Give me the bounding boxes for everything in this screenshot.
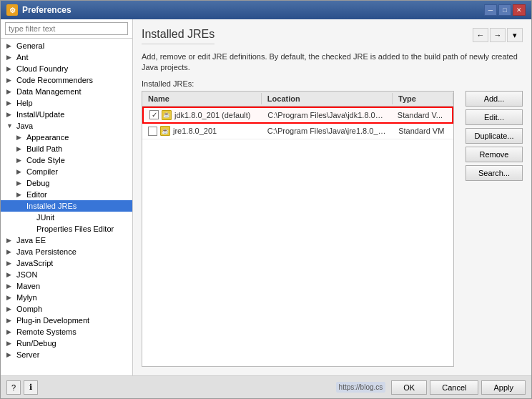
sidebar-item-label: Appearance [26, 133, 69, 142]
forward-icon-button[interactable]: → [490, 28, 506, 42]
arrow-icon [6, 248, 14, 255]
sidebar-item-java[interactable]: Java [1, 120, 132, 132]
back-icon-button[interactable]: ← [473, 28, 488, 42]
jre-location-cell: C:\Program Files\Java\jre1.8.0_201 [262, 126, 393, 136]
sidebar-item-mylyn[interactable]: Mylyn [1, 292, 132, 303]
bottom-icons: ? ℹ [6, 380, 38, 395]
sidebar-item-installed-jres[interactable]: Installed JREs [1, 200, 132, 212]
jre-type-cell: Standard V... [392, 110, 452, 120]
maximize-button[interactable]: □ [498, 4, 511, 16]
sidebar-item-remote-systems[interactable]: Remote Systems [1, 326, 132, 338]
sidebar-item-ant[interactable]: Ant [1, 51, 132, 63]
arrow-icon [6, 271, 14, 278]
sidebar-item-label: Ant [16, 53, 29, 61]
sidebar-item-label: Java [16, 122, 33, 130]
duplicate-button[interactable]: Duplicate... [466, 128, 523, 144]
filter-input[interactable] [5, 22, 128, 35]
sidebar-item-properties-files-editor[interactable]: Properties Files Editor [1, 223, 132, 235]
arrow-icon [16, 134, 24, 141]
menu-icon-button[interactable]: ▾ [507, 28, 523, 42]
close-button[interactable]: ✕ [513, 4, 526, 16]
sidebar-item-label: Oomph [16, 305, 42, 313]
sidebar: General Ant Cloud Foundry Code Recommend… [1, 19, 133, 375]
sidebar-item-java-persistence[interactable]: Java Persistence [1, 246, 132, 257]
table-row[interactable]: ☕ jdk1.8.0_201 (default) C:\Program File… [142, 107, 453, 124]
table-row[interactable]: ☕ jre1.8.0_201 C:\Program Files\Java\jre… [142, 124, 453, 139]
table-body: ☕ jdk1.8.0_201 (default) C:\Program File… [142, 107, 453, 366]
sidebar-item-label: Run/Debug [16, 339, 56, 348]
col-header-location: Location [262, 93, 393, 104]
sidebar-item-label: Maven [16, 282, 40, 290]
arrow-icon [6, 54, 14, 61]
arrow-icon [6, 122, 14, 129]
sidebar-item-label: Help [16, 99, 33, 107]
jre-table-section: Name Location Type ☕ jdk1.8.0_201 (defau… [142, 91, 454, 367]
sidebar-item-label: Install/Update [16, 110, 64, 119]
sidebar-item-label: Code Recommenders [16, 76, 93, 84]
sidebar-item-json[interactable]: JSON [1, 269, 132, 280]
installed-jres-label: Installed JREs: [142, 79, 523, 88]
remove-button[interactable]: Remove [466, 147, 523, 162]
sidebar-item-code-recommenders[interactable]: Code Recommenders [1, 74, 132, 86]
title-bar: ⚙ Preferences ─ □ ✕ [1, 1, 531, 19]
edit-button[interactable]: Edit... [466, 109, 523, 125]
arrow-icon [6, 340, 14, 347]
sidebar-item-oomph[interactable]: Oomph [1, 303, 132, 315]
arrow-icon [16, 191, 24, 198]
sidebar-item-javascript[interactable]: JavaScript [1, 257, 132, 269]
sidebar-item-label: Server [16, 350, 39, 359]
sidebar-item-build-path[interactable]: Build Path [1, 143, 132, 154]
sidebar-item-label: Build Path [26, 144, 62, 153]
jre-name: jre1.8.0_201 [173, 127, 217, 135]
add-button[interactable]: Add... [466, 91, 523, 107]
sidebar-item-junit[interactable]: JUnit [1, 212, 132, 223]
sidebar-item-label: Data Management [16, 87, 82, 96]
arrow-icon [6, 328, 14, 335]
apply-button[interactable]: Apply [481, 380, 526, 395]
content-area: General Ant Cloud Foundry Code Recommend… [1, 19, 531, 375]
arrow-icon [6, 237, 14, 244]
minimize-button[interactable]: ─ [484, 4, 497, 16]
sidebar-item-label: Java EE [16, 236, 46, 245]
sidebar-item-java-ee[interactable]: Java EE [1, 235, 132, 246]
main-panel: Installed JREs ← → ▾ Add, remove or edit… [133, 19, 531, 375]
jre-table: Name Location Type ☕ jdk1.8.0_201 (defau… [142, 91, 454, 367]
sidebar-item-label: Mylyn [16, 293, 37, 302]
arrow-icon [6, 99, 14, 107]
jre-name: jdk1.8.0_201 (default) [174, 111, 250, 119]
info-icon-button[interactable]: ℹ [24, 380, 38, 395]
ok-button[interactable]: OK [391, 380, 427, 395]
arrow-icon [6, 351, 14, 358]
sidebar-item-debug[interactable]: Debug [1, 177, 132, 189]
sidebar-item-cloud-foundry[interactable]: Cloud Foundry [1, 63, 132, 74]
sidebar-item-general[interactable]: General [1, 40, 132, 51]
sidebar-item-install-update[interactable]: Install/Update [1, 109, 132, 120]
arrow-icon [6, 294, 14, 301]
jre-checkbox[interactable] [148, 127, 157, 136]
sidebar-item-help[interactable]: Help [1, 97, 132, 109]
cancel-button[interactable]: Cancel [430, 380, 478, 395]
window-title: Preferences [22, 5, 72, 15]
sidebar-item-editor[interactable]: Editor [1, 189, 132, 200]
status-url: https://blog.cs [336, 382, 386, 393]
sidebar-item-compiler[interactable]: Compiler [1, 166, 132, 177]
sidebar-item-maven[interactable]: Maven [1, 280, 132, 292]
help-icon-button[interactable]: ? [6, 380, 21, 395]
sidebar-item-label: General [16, 41, 44, 50]
sidebar-item-data-management[interactable]: Data Management [1, 86, 132, 97]
jre-location-cell: C:\Program Files\Java\jdk1.8.0_201 [262, 110, 392, 120]
arrow-icon [6, 111, 14, 118]
sidebar-item-label: JUnit [36, 213, 54, 222]
search-button[interactable]: Search... [466, 165, 523, 181]
arrow-icon [6, 317, 14, 324]
arrow-icon [16, 179, 24, 187]
sidebar-item-plug-in-development[interactable]: Plug-in Development [1, 315, 132, 326]
jre-checkbox[interactable] [149, 110, 159, 119]
jre-icon: ☕ [162, 110, 172, 120]
sidebar-item-run-debug[interactable]: Run/Debug [1, 338, 132, 349]
sidebar-item-label: Plug-in Development [16, 316, 89, 325]
sidebar-item-code-style[interactable]: Code Style [1, 154, 132, 166]
sidebar-item-appearance[interactable]: Appearance [1, 132, 132, 143]
sidebar-item-server[interactable]: Server [1, 349, 132, 360]
sidebar-item-label: Debug [26, 179, 49, 187]
